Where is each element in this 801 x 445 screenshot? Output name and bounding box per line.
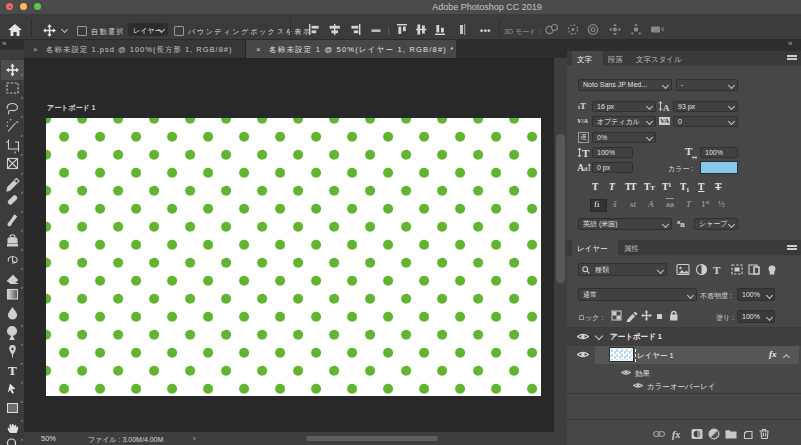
svg-text:T: T (685, 146, 693, 157)
svg-text:A: A (663, 103, 670, 113)
svg-text:T: T (8, 363, 17, 378)
svg-text:fx: fx (672, 429, 680, 440)
svg-text:a: a (584, 164, 588, 173)
svg-text:T: T (713, 264, 721, 276)
svg-text:T: T (582, 147, 590, 159)
